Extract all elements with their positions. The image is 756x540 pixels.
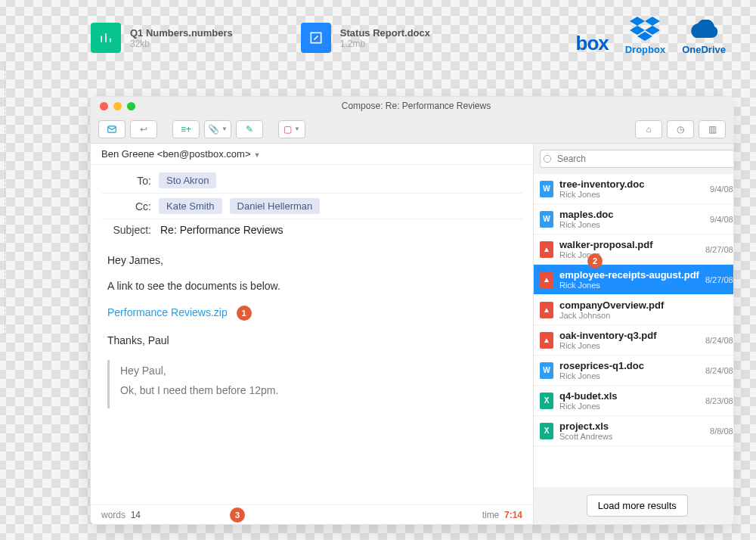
file-name: walker-proposal.pdf [559, 239, 699, 250]
file-row[interactable]: ▲employee-receipts-august.pdfRick Jones8… [534, 265, 733, 295]
body-greeting: Hey James, [107, 254, 519, 266]
cc-label: Cc: [101, 200, 159, 213]
file-size: 1.2mb [340, 39, 430, 49]
file-row[interactable]: Wmaples.docRick Jones9/4/08 [534, 204, 733, 234]
file-row[interactable]: ▲companyOverview.pdfJack Johnson [534, 295, 733, 325]
compose-window: Compose: Re: Performance Reviews ↩ ≡+ 📎▼… [91, 97, 733, 524]
search-input[interactable] [540, 150, 733, 168]
external-files-bar: Q1 Numbers.numbers 32kb Status Report.do… [0, 11, 756, 65]
filetype-icon: W [540, 181, 553, 197]
reply-button[interactable]: ↩ [130, 120, 157, 138]
edit-file-icon [301, 23, 331, 53]
filetype-icon: W [540, 211, 553, 228]
file-owner: Jack Johnson [559, 311, 727, 320]
file-size: 32kb [130, 39, 233, 49]
callout-2: 2 [587, 253, 603, 268]
timer-button[interactable]: ◷ [667, 120, 694, 138]
filetype-icon: X [540, 423, 553, 439]
file-date: 8/27/08 [705, 275, 733, 284]
body-signoff: Thanks, Paul [107, 334, 519, 346]
file-date: 8/23/08 [705, 396, 733, 405]
file-name: q4-budet.xls [559, 390, 699, 402]
file-name: employee-receipts-august.pdf [559, 269, 699, 281]
time-value: 7:14 [504, 510, 522, 520]
cc-field[interactable]: Kate Smith Daniel Hellerman [159, 198, 320, 214]
quoted-reply: Hey Paul, Ok, but I need them before 12p… [107, 360, 519, 408]
recipient-chip[interactable]: Kate Smith [159, 198, 222, 214]
callout-3: 3 [230, 507, 245, 523]
cloud-services: box Dropbox OneDrive [576, 17, 727, 55]
file-owner: Rick Jones [559, 341, 699, 350]
file-row[interactable]: Wtree-inventory.docRick Jones9/4/08 [534, 174, 733, 204]
file-owner: Rick Jones [559, 250, 699, 259]
toolbar: ↩ ≡+ 📎▼ ✎ ▢▼ ⌂ ◷ ▥ [91, 115, 733, 144]
signature-button[interactable]: ✎ [236, 120, 263, 138]
panel-toggle-button[interactable]: ▥ [699, 120, 726, 138]
words-label: words [101, 510, 125, 520]
file-row[interactable]: Wroseprices-q1.docRick Jones8/24/08 [534, 355, 733, 386]
file-date: 9/4/08 [710, 185, 733, 194]
file-owner: Rick Jones [559, 371, 699, 380]
file-name: Status Report.docx [340, 27, 430, 39]
attach-button[interactable]: 📎▼ [204, 120, 231, 138]
file-owner: Rick Jones [559, 402, 699, 411]
titlebar: Compose: Re: Performance Reviews [91, 97, 733, 115]
file-chip[interactable]: Status Report.docx 1.2mb [301, 23, 430, 53]
file-row[interactable]: ▲oak-inventory-q3.pdfRick Jones8/24/08 [534, 325, 733, 355]
subject-field[interactable]: Re: Performance Reviews [159, 224, 284, 236]
time-label: time [482, 510, 500, 520]
file-date: 9/4/08 [710, 215, 733, 224]
dropbox-logo[interactable]: Dropbox [625, 17, 665, 55]
tag-button[interactable]: ▢▼ [278, 120, 305, 138]
recipient-chip[interactable]: Daniel Hellerman [230, 198, 321, 214]
svg-marker-1 [630, 17, 645, 26]
body-line: A link to see the documents is below. [107, 280, 519, 292]
onedrive-logo[interactable]: OneDrive [682, 17, 726, 55]
callout-1: 1 [237, 306, 252, 321]
box-logo[interactable]: box [576, 32, 609, 55]
filetype-icon: ▲ [540, 332, 553, 349]
send-button[interactable] [98, 120, 125, 138]
message-body[interactable]: Hey James, A link to see the documents i… [91, 244, 533, 504]
file-name: companyOverview.pdf [559, 299, 727, 311]
file-name: oak-inventory-q3.pdf [559, 330, 699, 341]
file-chip[interactable]: Q1 Numbers.numbers 32kb [91, 23, 233, 53]
attachment-link[interactable]: Performance Reviews.zip [107, 306, 228, 318]
load-more-button[interactable]: Load more results [587, 495, 688, 517]
from-field[interactable]: Ben Greene <ben@postbox.com>▼ [91, 144, 533, 165]
filetype-icon: ▲ [540, 302, 553, 318]
toolbox-button[interactable]: ⌂ [635, 120, 662, 138]
file-date: 8/8/08 [710, 427, 733, 436]
zoom-button[interactable] [127, 102, 135, 110]
to-field[interactable]: Sto Akron [159, 172, 216, 188]
list-button[interactable]: ≡+ [172, 120, 200, 138]
file-date: 8/24/08 [705, 336, 733, 345]
subject-label: Subject: [101, 224, 159, 236]
status-bar: words 14 3 time 7:14 [91, 504, 533, 524]
quote-line: Ok, but I need them before 12pm. [120, 384, 519, 396]
compose-area: Ben Greene <ben@postbox.com>▼ To: Sto Ak… [91, 144, 533, 524]
files-list: Wtree-inventory.docRick Jones9/4/08Wmapl… [534, 174, 733, 487]
file-owner: Rick Jones [559, 190, 704, 199]
file-name: roseprices-q1.doc [559, 360, 699, 371]
recipient-chip[interactable]: Sto Akron [159, 172, 216, 188]
file-name: maples.doc [559, 209, 704, 220]
dropbox-label: Dropbox [625, 44, 665, 55]
words-count: 14 [131, 510, 141, 520]
window-title: Compose: Re: Performance Reviews [144, 101, 733, 111]
filetype-icon: W [540, 362, 553, 379]
filetype-icon: ▲ [540, 272, 553, 288]
filetype-icon: ▲ [540, 241, 553, 258]
file-owner: Rick Jones [559, 281, 699, 290]
file-row[interactable]: ▲walker-proposal.pdfRick Jones8/27/08 [534, 234, 733, 265]
quote-line: Hey Paul, [120, 365, 519, 377]
file-row[interactable]: Xq4-budet.xlsRick Jones8/23/08 [534, 386, 733, 416]
attachment-panel: Wtree-inventory.docRick Jones9/4/08Wmapl… [533, 144, 733, 524]
file-date: 8/24/08 [705, 366, 733, 375]
file-row[interactable]: Xproject.xlsScott Andrews8/8/08 [534, 416, 733, 446]
chart-file-icon [91, 23, 121, 53]
onedrive-label: OneDrive [682, 44, 726, 55]
svg-marker-2 [645, 17, 660, 26]
close-button[interactable] [100, 102, 108, 110]
minimize-button[interactable] [113, 102, 122, 110]
